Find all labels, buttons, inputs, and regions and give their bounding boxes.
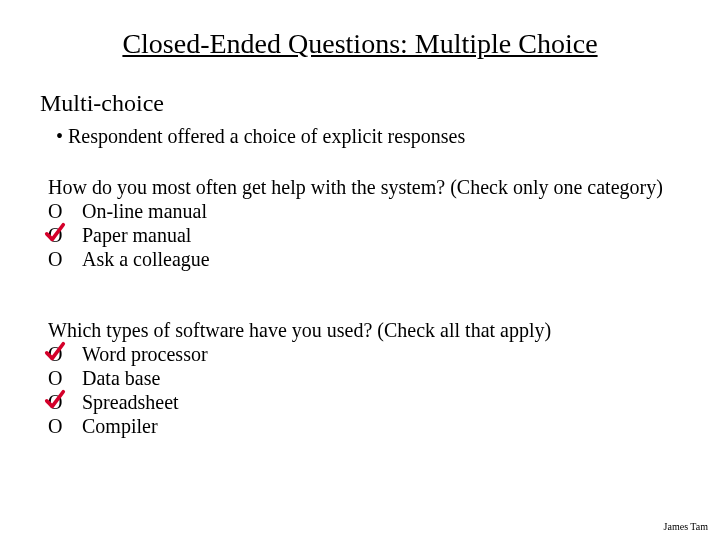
question-2-option: OData base (48, 366, 551, 390)
question-2: Which types of software have you used? (… (48, 318, 551, 438)
option-label: Spreadsheet (82, 391, 179, 413)
question-1: How do you most often get help with the … (48, 175, 663, 271)
slide-title: Closed-Ended Questions: Multiple Choice (0, 28, 720, 60)
question-2-option: OWord processor (48, 342, 551, 366)
option-marker: O (48, 366, 82, 390)
option-marker: O (48, 247, 82, 271)
slide-title-text: Closed-Ended Questions: Multiple Choice (122, 28, 597, 59)
question-2-option: OSpreadsheet (48, 390, 551, 414)
option-label: On-line manual (82, 200, 207, 222)
question-1-option: OOn-line manual (48, 199, 663, 223)
option-label: Paper manual (82, 224, 191, 246)
question-2-option: OCompiler (48, 414, 551, 438)
question-1-option: OAsk a colleague (48, 247, 663, 271)
option-label: Ask a colleague (82, 248, 210, 270)
footer-author: James Tam (664, 521, 708, 532)
question-2-prompt: Which types of software have you used? (… (48, 319, 551, 341)
slide-subtitle: Multi-choice (40, 90, 164, 117)
option-label: Data base (82, 367, 160, 389)
option-label: Word processor (82, 343, 208, 365)
option-marker: O (48, 390, 82, 414)
bullet-point: • Respondent offered a choice of explici… (56, 125, 465, 148)
option-marker: O (48, 414, 82, 438)
option-label: Compiler (82, 415, 158, 437)
option-marker: O (48, 223, 82, 247)
question-1-option: OPaper manual (48, 223, 663, 247)
question-1-prompt: How do you most often get help with the … (48, 176, 663, 198)
option-marker: O (48, 199, 82, 223)
option-marker: O (48, 342, 82, 366)
